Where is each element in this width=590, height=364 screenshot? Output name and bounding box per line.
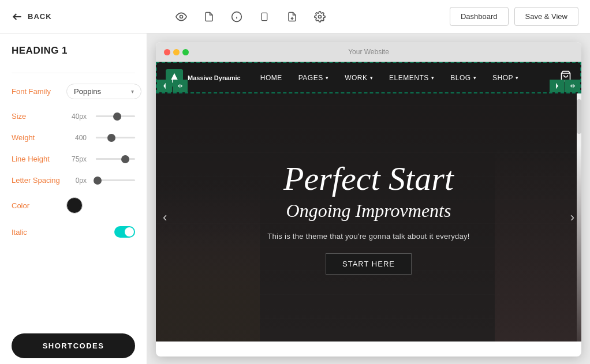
nav-item-home[interactable]: HOME [252, 62, 290, 93]
dot-green [182, 49, 189, 55]
weight-value: 400 [66, 134, 87, 142]
browser-url: Your Website [348, 48, 389, 56]
dot-red [164, 49, 170, 55]
size-slider-container: 40px [66, 112, 135, 121]
browser-dots [164, 49, 189, 55]
save-view-button[interactable]: Save & View [514, 7, 578, 26]
size-row: Size 40px [12, 112, 135, 121]
letter-spacing-slider-track[interactable] [96, 179, 135, 181]
hero-section: Perfect Start Ongoing Improvments This i… [156, 93, 581, 342]
dot-yellow [173, 49, 180, 55]
font-family-value: Poppins [74, 87, 101, 96]
preview-area: Your Website Massive Dynamic [147, 33, 590, 364]
info-icon[interactable] [226, 6, 247, 27]
weight-slider-track[interactable] [96, 137, 135, 138]
logo-text: Massive Dynamic [188, 74, 241, 81]
main-content: HEADING 1 Font Family Poppins ▾ Size 40p… [0, 33, 590, 364]
weight-row: Weight 400 [12, 133, 135, 142]
letter-spacing-slider-container: 0px [66, 177, 135, 185]
italic-label: Italic [12, 228, 114, 237]
font-family-row: Font Family Poppins ▾ [12, 84, 135, 99]
handle-arrow-left[interactable] [173, 80, 188, 92]
letter-spacing-row: Letter Spacing 0px [12, 176, 135, 185]
divider-1 [12, 73, 135, 73]
back-button[interactable]: BACK [12, 11, 52, 22]
shortcodes-button[interactable]: SHORTCODES [12, 333, 135, 358]
toolbar: BACK [0, 0, 590, 33]
handle-cursor-left[interactable] [157, 80, 172, 92]
back-label: BACK [28, 12, 52, 21]
line-height-slider-thumb[interactable] [121, 155, 129, 163]
hero-cta-button[interactable]: START HERE [326, 253, 412, 275]
panel-title: HEADING 1 [12, 45, 135, 57]
line-height-slider-container: 75px [66, 155, 135, 163]
nav-handle-right [550, 80, 580, 92]
hero-prev-arrow[interactable]: ‹ [163, 210, 167, 225]
nav-item-pages[interactable]: PAGES ▾ [290, 62, 337, 93]
svg-point-8 [319, 15, 322, 18]
toolbar-right: Dashboard Save & View [450, 7, 578, 26]
svg-rect-5 [262, 13, 267, 20]
website-nav: Massive Dynamic HOME PAGES ▾ WORK ▾ ELEM… [156, 62, 581, 93]
hero-description: This is the theme that you're gonna talk… [267, 232, 469, 241]
browser-window: Your Website Massive Dynamic [156, 42, 581, 357]
browser-chrome: Your Website [156, 42, 581, 62]
file-icon[interactable] [199, 6, 219, 27]
color-label: Color [12, 201, 66, 210]
toggle-knob [125, 227, 134, 237]
handle-cursor-right[interactable] [550, 80, 565, 92]
export-icon[interactable] [282, 6, 303, 27]
website-content: Massive Dynamic HOME PAGES ▾ WORK ▾ ELEM… [156, 62, 581, 357]
left-panel: HEADING 1 Font Family Poppins ▾ Size 40p… [0, 33, 147, 364]
tablet-icon[interactable] [254, 6, 275, 27]
nav-item-elements[interactable]: ELEMENTS ▾ [381, 62, 442, 93]
toolbar-icons [171, 6, 330, 27]
font-family-dropdown[interactable]: Poppins ▾ [66, 84, 141, 99]
letter-spacing-value: 0px [66, 177, 87, 185]
line-height-row: Line Height 75px [12, 155, 135, 163]
gear-icon[interactable] [309, 6, 330, 27]
hero-content: Perfect Start Ongoing Improvments This i… [267, 160, 469, 275]
size-slider-thumb[interactable] [113, 112, 121, 121]
handle-arrow-right[interactable] [565, 80, 580, 92]
weight-label: Weight [12, 133, 66, 142]
hero-subtitle: Ongoing Improvments [267, 200, 469, 222]
size-slider-track[interactable] [96, 115, 135, 117]
italic-row: Italic [12, 226, 135, 238]
dashboard-button[interactable]: Dashboard [450, 7, 509, 26]
size-value: 40px [66, 112, 87, 121]
line-height-slider-track[interactable] [96, 158, 135, 160]
hero-next-arrow[interactable]: › [570, 210, 574, 225]
letter-spacing-label: Letter Spacing [12, 176, 66, 185]
eye-icon[interactable] [171, 6, 192, 27]
color-row: Color [12, 197, 135, 213]
weight-slider-thumb[interactable] [107, 134, 115, 142]
chevron-down-icon: ▾ [131, 88, 134, 95]
nav-item-blog[interactable]: BLOG ▾ [442, 62, 484, 93]
weight-slider-container: 400 [66, 134, 135, 142]
line-height-value: 75px [66, 155, 87, 163]
line-height-label: Line Height [12, 155, 66, 163]
nav-items: HOME PAGES ▾ WORK ▾ ELEMENTS ▾ BLOG ▾ SH… [252, 62, 560, 93]
size-label: Size [12, 112, 66, 121]
font-family-label: Font Family [12, 87, 66, 96]
color-swatch[interactable] [66, 197, 83, 213]
letter-spacing-slider-thumb[interactable] [94, 177, 102, 185]
nav-item-shop[interactable]: SHOP ▾ [484, 62, 527, 93]
scrollbar-thumb[interactable] [577, 99, 581, 134]
nav-handle-left [157, 80, 188, 92]
nav-item-work[interactable]: WORK ▾ [337, 62, 381, 93]
hero-title: Perfect Start [267, 160, 469, 197]
svg-point-1 [180, 15, 183, 18]
italic-toggle[interactable] [114, 226, 135, 238]
